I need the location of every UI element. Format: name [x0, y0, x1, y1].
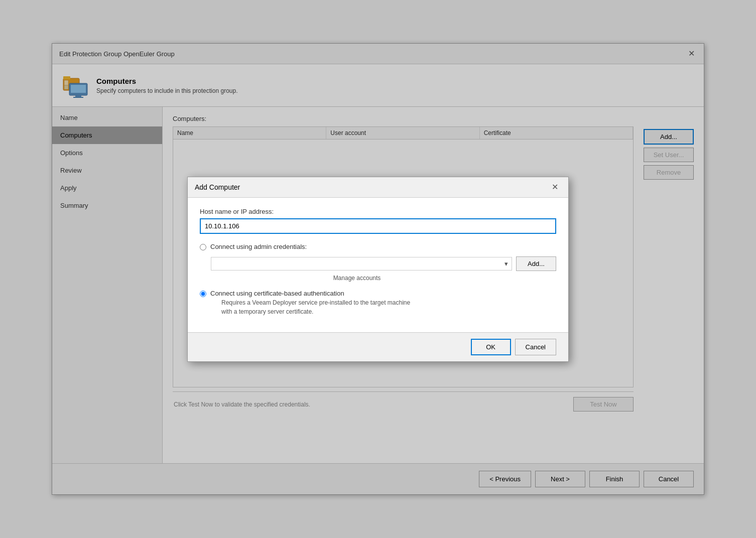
admin-radio-label[interactable]: Connect using admin credentials:: [210, 243, 307, 250]
add-credential-button[interactable]: Add...: [516, 256, 556, 271]
cert-radio-label[interactable]: Connect using certificate-based authenti…: [210, 290, 344, 297]
dialog-overlay: Add Computer ✕ Host name or IP address: …: [0, 0, 756, 538]
admin-credentials-option: Connect using admin credentials:: [200, 243, 556, 250]
certificate-option: Connect using certificate-based authenti…: [200, 290, 556, 316]
radio-group: Connect using admin credentials: Add... …: [200, 243, 556, 316]
dialog-title: Add Computer: [195, 183, 240, 191]
credential-select[interactable]: [211, 257, 512, 271]
dialog-title-bar: Add Computer ✕: [188, 177, 568, 198]
cert-description: Requires a Veeam Deployer service pre-in…: [221, 298, 410, 316]
credential-select-wrapper: [211, 257, 512, 271]
dialog-ok-button[interactable]: OK: [471, 339, 511, 355]
cert-radio[interactable]: [200, 291, 206, 297]
host-input[interactable]: [200, 218, 556, 234]
cert-description-line1: Requires a Veeam Deployer service pre-in…: [221, 299, 410, 306]
cert-description-line2: with a temporary server certificate.: [221, 308, 313, 315]
host-label: Host name or IP address:: [200, 208, 556, 215]
cert-option-text: Connect using certificate-based authenti…: [210, 290, 410, 316]
credential-select-row: Add...: [211, 256, 556, 271]
manage-accounts-link[interactable]: Manage accounts: [333, 275, 381, 282]
dialog-cancel-button[interactable]: Cancel: [515, 339, 556, 355]
dialog-close-button[interactable]: ✕: [549, 182, 561, 192]
admin-radio[interactable]: [200, 244, 206, 250]
dialog-body: Host name or IP address: Connect using a…: [188, 198, 568, 332]
dialog-footer: OK Cancel: [188, 332, 568, 361]
add-computer-dialog: Add Computer ✕ Host name or IP address: …: [187, 177, 569, 362]
